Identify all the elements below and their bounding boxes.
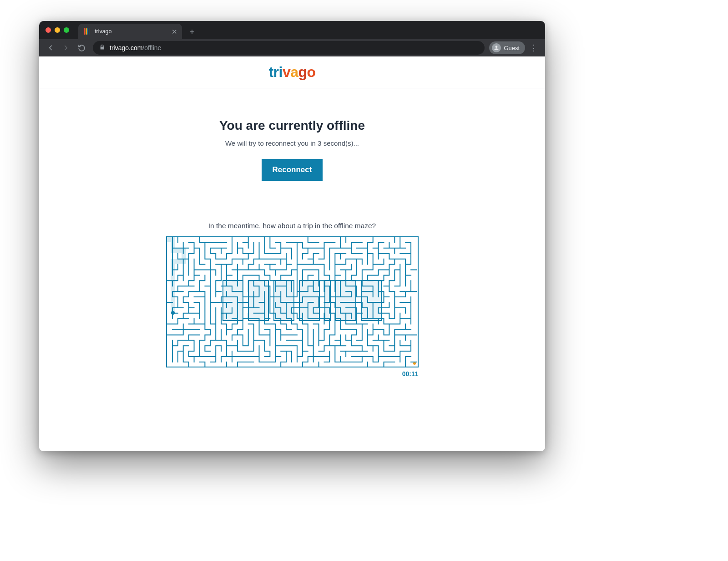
avatar-icon (492, 43, 501, 52)
close-tab-icon[interactable]: ✕ (172, 28, 177, 35)
page: trivago You are currently offline We wil… (39, 56, 545, 451)
maze-caption: In the meantime, how about a trip in the… (39, 222, 545, 230)
close-window-button[interactable] (46, 27, 51, 33)
address-bar[interactable]: trivago.com/offline (93, 41, 485, 55)
profile-chip[interactable]: Guest (489, 41, 525, 54)
brand-header: trivago (39, 56, 545, 88)
url-host: trivago.com (110, 44, 142, 51)
reconnect-subtitle: We will try to reconnect you in 3 second… (39, 139, 545, 147)
page-title: You are currently offline (39, 118, 545, 133)
trivago-logo: trivago (268, 64, 315, 81)
reload-button[interactable] (75, 41, 88, 55)
minimize-window-button[interactable] (55, 27, 60, 33)
profile-label: Guest (504, 45, 520, 51)
offline-maze[interactable] (166, 236, 419, 367)
reconnect-button[interactable]: Reconnect (262, 159, 323, 181)
maze-area: 00:11 (166, 236, 419, 377)
new-tab-button[interactable]: ＋ (186, 25, 198, 38)
browser-window: trivago ✕ ＋ trivago.com/offline Gue (39, 21, 545, 451)
back-button[interactable] (44, 41, 57, 55)
forward-button[interactable] (59, 41, 73, 55)
maze-walls (167, 237, 418, 367)
main-content: You are currently offline We will try to… (39, 88, 545, 377)
lock-icon (99, 44, 105, 51)
maximize-window-button[interactable] (64, 27, 69, 33)
url-text: trivago.com/offline (110, 44, 161, 51)
browser-tab[interactable]: trivago ✕ (78, 24, 182, 39)
window-controls (39, 27, 76, 33)
url-path: /offline (142, 44, 161, 51)
toolbar: trivago.com/offline Guest ⋮ (39, 39, 545, 56)
svg-point-0 (495, 46, 498, 48)
titlebar: trivago ✕ ＋ (39, 21, 545, 39)
maze-timer: 00:11 (166, 370, 419, 377)
tab-favicon-icon (84, 28, 90, 35)
overflow-menu-button[interactable]: ⋮ (527, 43, 541, 53)
tab-title: trivago (95, 28, 112, 35)
